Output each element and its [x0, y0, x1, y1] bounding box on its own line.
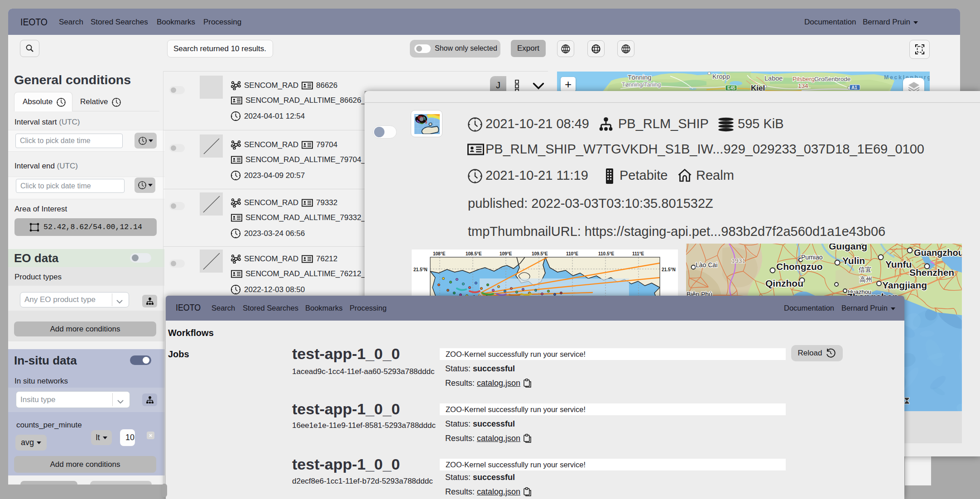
svg-text:信宜: 信宜 — [858, 266, 871, 273]
svg-text:Pilsberg: Pilsberg — [793, 76, 815, 82]
svg-text:21.5°N: 21.5°N — [413, 267, 428, 272]
svg-text:Yangjiang: Yangjiang — [882, 280, 927, 290]
svg-text:Laboe: Laboe — [764, 75, 783, 82]
svg-text:高州: 高州 — [860, 276, 872, 283]
svg-text:108.5°E: 108.5°E — [466, 251, 482, 256]
svg-text:Kropp: Kropp — [712, 73, 730, 80]
svg-text:E45: E45 — [727, 86, 735, 91]
svg-text:1931: 1931 — [731, 257, 745, 264]
svg-text:Qinzhou: Qinzhou — [765, 278, 803, 288]
svg-text:21.5°N: 21.5°N — [662, 267, 676, 272]
svg-text:Tönning: Tönning — [628, 74, 651, 81]
svg-text:109°E: 109°E — [500, 251, 512, 256]
svg-text:Guangzhou: Guangzhou — [914, 248, 962, 258]
svg-text:Chongzuo: Chongzuo — [776, 261, 823, 272]
svg-text:111°E: 111°E — [632, 251, 644, 256]
svg-text:A1: A1 — [851, 85, 857, 90]
svg-text:110.5°E: 110.5°E — [598, 251, 614, 256]
svg-text:110°E: 110°E — [566, 251, 578, 256]
svg-text:Lào Cai: Lào Cai — [696, 261, 717, 269]
svg-text:108°E: 108°E — [433, 251, 446, 256]
svg-text:134: 134 — [798, 82, 808, 89]
svg-text:109.5°E: 109.5°E — [532, 251, 548, 256]
svg-text:Yunfu: Yunfu — [885, 259, 912, 269]
svg-text:Großenbrode: Großenbrode — [814, 76, 850, 82]
svg-text:Pumiao: Pumiao — [801, 254, 823, 261]
svg-text:Yulin: Yulin — [842, 255, 865, 266]
svg-text:Tønning/Taning: Tønning/Taning — [622, 82, 661, 88]
svg-text:Guigang: Guigang — [829, 244, 867, 251]
svg-text:Shenzhen: Shenzhen — [909, 267, 954, 278]
